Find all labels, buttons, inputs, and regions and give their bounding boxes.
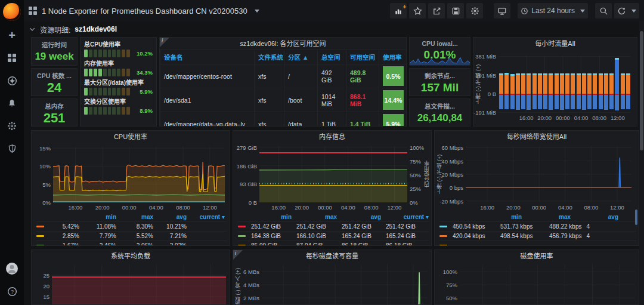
panel-title[interactable]: 每秒网络带宽使用All xyxy=(435,131,639,143)
gauge-row-3[interactable]: 交换分区使用率8.9% xyxy=(84,97,153,115)
y-tick-label: 0% xyxy=(410,199,418,206)
x-tick-label: 04:00 xyxy=(149,204,163,211)
sidebar-item-explore[interactable] xyxy=(0,69,24,92)
legend-header-current[interactable]: current ▾ xyxy=(383,212,431,221)
traffic-bar xyxy=(527,56,531,113)
legend-row: 已用85.99 GiB87.04 GiB86.18 GiB86.18 GiB xyxy=(238,241,429,246)
panel-title[interactable]: 每小时流量All xyxy=(473,38,637,50)
panel-title[interactable]: sz1dkdev06l: 各分区可用空间 xyxy=(160,38,406,50)
panel-title[interactable]: CPU iowai... xyxy=(410,40,470,47)
panel-title[interactable]: CPU 核数 ... xyxy=(32,71,77,80)
panel-title[interactable]: 总内存 xyxy=(32,101,77,110)
column-header-使用率[interactable]: 使用率 xyxy=(379,50,407,64)
save-button[interactable] xyxy=(447,3,464,19)
net-y-axis-title: 上传 (-) /下载 (+) xyxy=(435,146,443,202)
gauge-label: 最大分区(/data)使用率 xyxy=(84,78,153,87)
sidebar-item-help[interactable]: ? xyxy=(0,280,24,303)
x-tick-label: 00:00 xyxy=(318,204,332,211)
panel-title[interactable]: 系统平均负载 xyxy=(32,250,230,262)
panel-title[interactable]: 内存信息 xyxy=(233,131,431,143)
legend-value: 251.42 GiB xyxy=(374,222,418,231)
settings-button[interactable] xyxy=(466,3,483,19)
dashboard-title-button[interactable]: 1 Node Exporter for Prometheus Dashboard… xyxy=(29,7,259,16)
legend-header-max[interactable]: max xyxy=(524,212,573,221)
legend-header-min[interactable]: min xyxy=(249,212,294,221)
grafana-logo[interactable] xyxy=(3,3,21,21)
gauge-row-2[interactable]: 最大分区(/data)使用率5.9% xyxy=(84,78,153,95)
legend-header-current[interactable]: current ▾ xyxy=(189,212,227,221)
traffic-bar-cap xyxy=(587,73,592,75)
gauge-row-0[interactable]: 总CPU使用率10.2% xyxy=(84,39,153,57)
traffic-bar-download xyxy=(571,75,575,94)
sidebar-item-configuration[interactable] xyxy=(0,115,24,137)
legend-series-toggle[interactable]: enp4s0f2_out上传 xyxy=(439,241,450,246)
legend-row: 总使用率5.42%11.08%8.30%10.21% xyxy=(36,221,227,231)
legend-header-min[interactable]: min xyxy=(82,212,119,221)
traffic-bar-download xyxy=(593,75,597,94)
sidebar-item-dashboards[interactable] xyxy=(0,47,24,69)
add-panel-button[interactable]: + xyxy=(390,3,407,19)
column-header-总空间[interactable]: 总空间 xyxy=(318,50,346,64)
row-collapse-toggle[interactable]: 资源明细: sz1dkdev06l xyxy=(29,23,117,36)
legend-series-toggle[interactable]: 可用 xyxy=(238,232,249,241)
y-tick-label: 25 xyxy=(43,272,49,279)
column-header-设备名[interactable]: 设备名 xyxy=(160,50,255,64)
cpu-x-axis: 16:0020:0000:0004:0008:0012:00 xyxy=(53,204,225,211)
refresh-button[interactable] xyxy=(614,3,639,19)
info-corner-icon[interactable]: i xyxy=(160,38,169,47)
column-header-文件系统[interactable]: 文件系统 xyxy=(255,50,284,64)
series-color-dash xyxy=(439,245,447,246)
legend-series-toggle[interactable]: 系统使用率 xyxy=(36,241,47,246)
panel-title[interactable]: 剩余节点... xyxy=(410,71,470,80)
table-row[interactable]: /dev/mapper/data–vg-data–lvxfs/data1 TiB… xyxy=(160,112,407,127)
table-row[interactable]: /dev/sda1xfs/boot1014 MiB868.1 MiB14.4% xyxy=(160,88,407,112)
traffic-bar-upload xyxy=(582,95,586,110)
legend-value: 11.08% xyxy=(82,222,119,231)
zoom-out-button[interactable] xyxy=(595,3,612,19)
legend-series-toggle[interactable]: 用户使用率 xyxy=(36,232,47,241)
traffic-bar xyxy=(615,56,619,113)
legend-series-toggle[interactable]: enp4s0f2_in下载 xyxy=(439,222,450,231)
legend-header-avg[interactable]: avg xyxy=(339,212,383,221)
cycle-view-button[interactable] xyxy=(494,3,510,19)
series-color-dash xyxy=(439,226,447,227)
x-tick-label: 12:00 xyxy=(610,204,624,211)
sidebar-item-alerting[interactable] xyxy=(0,92,24,115)
traffic-bar xyxy=(543,56,547,113)
legend-value: 2.06% xyxy=(119,241,156,246)
sidebar-item-server-admin[interactable] xyxy=(0,137,24,160)
diskusage-plot-area xyxy=(460,264,635,305)
legend-header-max[interactable]: max xyxy=(119,212,156,221)
time-picker-button[interactable]: Last 24 hours xyxy=(518,3,588,19)
x-tick-label: 08:00 xyxy=(364,204,379,211)
legend-header-max[interactable]: max xyxy=(294,212,339,221)
share-button[interactable] xyxy=(428,3,445,19)
sidebar-item-profile[interactable] xyxy=(0,257,24,280)
sidebar-item-create[interactable]: + xyxy=(0,24,24,47)
panel-title[interactable]: CPU使用率 xyxy=(32,131,230,143)
panel-title[interactable]: 磁盘使用率 xyxy=(435,250,639,262)
table-row[interactable]: /dev/mapper/centos-rootxfs/492 GiB489.8 … xyxy=(160,64,407,88)
panel-title[interactable]: 每秒磁盘读写容量 xyxy=(233,250,431,262)
legend-series-toggle[interactable]: 总内存 xyxy=(238,222,249,231)
column-header-分区[interactable]: 分区 ▲ xyxy=(284,50,318,64)
traffic-bar-upload xyxy=(504,95,509,109)
panel-title[interactable]: 运行时间 xyxy=(32,40,77,49)
legend-series-toggle[interactable]: 总使用率 xyxy=(36,222,47,231)
column-header-可用空间[interactable]: 可用空间 xyxy=(346,50,379,64)
scrollbar-thumb[interactable] xyxy=(640,31,643,150)
favorite-button[interactable] xyxy=(409,3,426,19)
legend-header-min[interactable]: min xyxy=(476,212,524,221)
panel-title[interactable]: 总文件描... xyxy=(410,101,470,110)
dashboard-icon xyxy=(29,7,37,15)
page-scrollbar[interactable] xyxy=(639,21,644,305)
legend-scrollbar[interactable] xyxy=(635,210,637,225)
legend-header-avg[interactable]: avg xyxy=(573,212,621,221)
legend-series-toggle[interactable]: enp4s0f2.1133_in下载 xyxy=(439,232,450,241)
traffic-bar xyxy=(604,56,608,113)
legend-header-avg[interactable]: avg xyxy=(156,212,189,221)
gauge-row-1[interactable]: 内存使用率34.3% xyxy=(84,58,153,76)
legend-series-toggle[interactable]: 已用 xyxy=(238,241,249,246)
info-corner-icon[interactable]: i xyxy=(233,250,243,260)
x-tick-label: 12:00 xyxy=(388,204,402,211)
